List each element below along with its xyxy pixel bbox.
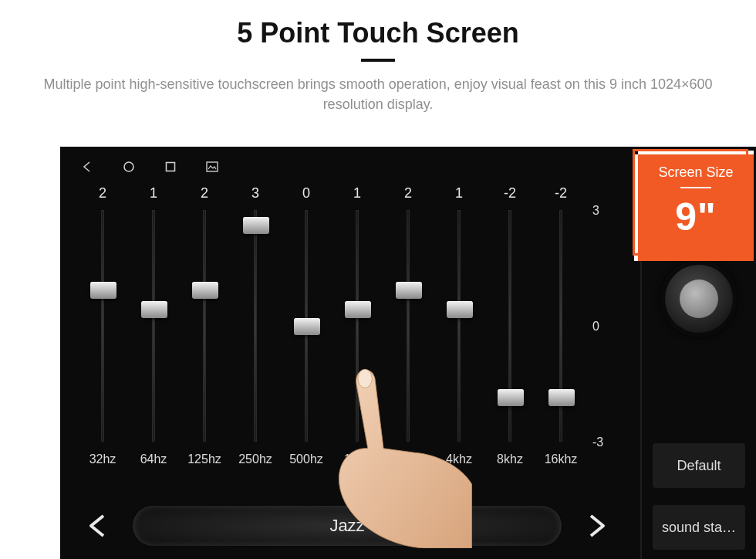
eq-slider-thumb[interactable] — [345, 301, 371, 318]
eq-band: -216khz — [535, 185, 586, 466]
eq-band: -28khz — [484, 185, 535, 466]
svg-rect-2 — [207, 162, 218, 171]
preset-pill[interactable]: Jazz — [133, 506, 562, 546]
scale-label-bottom: -3 — [592, 435, 603, 449]
eq-band-freq: 16khz — [545, 452, 578, 466]
eq-band-freq: 1khz — [344, 452, 370, 466]
eq-slider-thumb[interactable] — [141, 301, 167, 318]
eq-slider[interactable] — [152, 210, 155, 442]
eq-band-freq: 250hz — [238, 452, 272, 466]
eq-band-freq: 4khz — [446, 452, 472, 466]
screen-size-badge: Screen Size 9" — [638, 154, 754, 261]
eq-slider-thumb[interactable] — [447, 301, 473, 318]
eq-band-freq: 8khz — [497, 452, 523, 466]
eq-band: 3250hz — [230, 185, 281, 466]
eq-slider-thumb[interactable] — [243, 217, 269, 234]
eq-band: 2125hz — [179, 185, 230, 466]
eq-band-freq: 500hz — [289, 452, 323, 466]
gallery-icon[interactable] — [205, 160, 219, 174]
eq-band-value: 2 — [404, 185, 412, 205]
eq-band-value: -2 — [555, 185, 567, 205]
eq-slider[interactable] — [254, 210, 257, 442]
eq-scale: 3 0 -3 — [592, 208, 623, 440]
preset-name: Jazz — [329, 516, 364, 536]
eq-band: 22khz — [383, 185, 434, 466]
eq-band-value: 2 — [99, 185, 106, 205]
eq-slider[interactable] — [101, 210, 104, 442]
eq-band-value: 2 — [201, 185, 208, 205]
equalizer-panel: 232hz164hz2125hz3250hz0500hz11khz22khz14… — [60, 182, 631, 559]
default-button[interactable]: Default — [653, 443, 745, 488]
eq-band: 11khz — [332, 185, 383, 466]
badge-label: Screen Size — [640, 157, 751, 181]
eq-slider[interactable] — [457, 210, 461, 442]
eq-band: 0500hz — [281, 185, 332, 466]
hero-subtitle: Multiple point high-sensitive touchscree… — [42, 74, 714, 114]
preset-bar: Jazz — [77, 500, 617, 551]
eq-band: 232hz — [77, 185, 128, 466]
preset-next-button[interactable] — [575, 505, 617, 547]
svg-rect-1 — [167, 163, 175, 171]
eq-slider-thumb[interactable] — [396, 282, 422, 299]
eq-slider[interactable] — [508, 210, 511, 442]
eq-band-freq: 32hz — [89, 452, 116, 466]
eq-slider[interactable] — [305, 210, 308, 442]
badge-value: 9" — [640, 195, 751, 239]
sound-stage-label: sound sta… — [662, 520, 736, 536]
eq-slider[interactable] — [203, 210, 206, 442]
svg-point-0 — [124, 162, 133, 171]
eq-band-freq: 64hz — [140, 452, 167, 466]
eq-slider-thumb[interactable] — [90, 282, 116, 299]
hero-underline — [361, 59, 395, 62]
default-button-label: Default — [677, 458, 721, 474]
badge-underline — [680, 187, 711, 188]
sound-stage-button[interactable]: sound sta… — [653, 505, 745, 550]
eq-slider[interactable] — [559, 210, 562, 442]
eq-band-value: 1 — [455, 185, 463, 205]
eq-band: 164hz — [128, 185, 179, 466]
eq-band-value: 3 — [251, 185, 259, 205]
scale-label-mid: 0 — [592, 320, 599, 334]
hero-title: 5 Point Touch Screen — [0, 0, 756, 49]
eq-slider-thumb[interactable] — [294, 318, 320, 335]
eq-band-freq: 2khz — [395, 452, 421, 466]
eq-slider[interactable] — [356, 210, 359, 442]
volume-dial[interactable] — [661, 261, 737, 337]
dial-knob — [680, 280, 718, 318]
eq-band-value: 1 — [353, 185, 361, 205]
eq-slider-thumb[interactable] — [498, 389, 524, 406]
eq-band-value: 1 — [150, 185, 157, 205]
home-icon[interactable] — [122, 160, 136, 174]
back-icon[interactable] — [80, 160, 94, 174]
recent-apps-icon[interactable] — [164, 160, 177, 174]
eq-band-freq: 125hz — [187, 452, 221, 466]
eq-slider-thumb[interactable] — [548, 389, 575, 406]
eq-band: 14khz — [434, 185, 484, 466]
eq-band-value: 0 — [302, 185, 310, 205]
eq-band-value: -2 — [504, 185, 516, 205]
scale-label-top: 3 — [592, 204, 599, 218]
eq-slider-thumb[interactable] — [192, 282, 218, 299]
preset-prev-button[interactable] — [77, 505, 119, 547]
eq-slider[interactable] — [407, 210, 410, 442]
